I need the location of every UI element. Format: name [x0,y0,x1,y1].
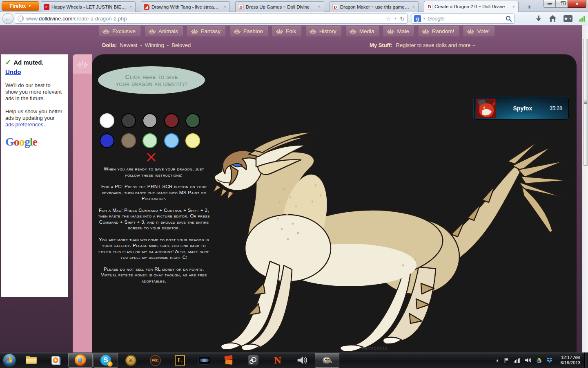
youtube-icon: ► [44,4,49,10]
bookmarks-panel-icon[interactable]: ★▼ [564,15,572,22]
google-search-icon: g [414,15,421,22]
window-controls: ✕ [543,0,586,8]
google-drive-icon[interactable] [536,358,542,363]
taskbar-age-of-wushu[interactable] [216,352,241,368]
ad-undo-link[interactable]: Undo [5,68,21,75]
tray-clock[interactable]: 12:17 AM 6/16/2013 [557,355,584,366]
ads-preferences-link[interactable]: ads preferences [5,121,43,128]
dropbox-icon[interactable] [546,357,552,363]
mystuff-label: My Stuff: [370,42,392,48]
nav-exclusive[interactable]: Exclusive [99,26,140,36]
start-button[interactable] [0,352,19,368]
crown-icon [234,29,241,34]
skype-notification-badge: 1 [107,361,113,367]
magnifier-icon[interactable] [506,16,512,22]
livestream-icon: ◢ [144,4,149,10]
taskbar-planetside[interactable] [192,352,216,368]
search-bar[interactable]: g ▼ [412,13,514,24]
bookmark-star-icon[interactable]: ☆ [385,16,391,22]
spyfox-stream-widget[interactable]: Spyfox 35:28 [474,96,569,120]
site-globe-icon [18,16,24,22]
spyfox-name: Spyfox [496,105,550,112]
dolls-beloved-link[interactable]: Beloved [172,42,191,48]
page-scrollbar[interactable] [582,25,588,352]
tab-drawing-with-tang[interactable]: ◢ Drawing With Tang - live streamin... × [141,1,230,12]
new-tab-button[interactable]: + [524,3,535,11]
reload-icon[interactable]: ↻ [400,16,405,22]
taskbar-skype[interactable]: S1 [94,353,118,368]
screen: Firefox ▼ ► Happy Wheels - LET JUSTIN BI… [0,0,588,368]
nav-male[interactable]: Male [383,26,414,36]
firefox-menu-button[interactable]: Firefox ▼ [2,1,39,11]
media-player-icon [51,356,60,365]
site-nav: Exclusive Animals Fantasy Fashion Folk H… [99,26,494,36]
nav-animals[interactable]: Animals [145,26,183,36]
google-logo: Google [5,135,63,148]
back-button[interactable]: ← [2,13,13,24]
dolls-newest-link[interactable]: Newest [120,42,137,48]
show-desktop-button[interactable] [584,352,588,368]
taskbar-league-of-legends[interactable]: L [167,352,192,368]
dragon-maker-flash: Click here to give your dragon an identi… [92,54,577,352]
nav-media[interactable]: Media [346,26,379,36]
tab-create-a-dragon-active[interactable]: D Create a Dragon 2.0 ~ Doll Divine × [424,1,519,12]
crown-icon [387,29,394,34]
crown-icon [422,29,429,34]
network-signal-icon[interactable] [514,358,521,363]
scrollbar-thumb[interactable] [583,39,588,166]
home-icon[interactable] [549,15,557,22]
taskbar-firefox[interactable] [68,353,93,368]
ad-muted-title: Ad muted. [13,59,43,66]
tab-happy-wheels[interactable]: ► Happy Wheels - LET JUSTIN BIEBER... × [41,1,136,12]
taskbar-explorer[interactable] [19,352,43,368]
nav-history[interactable]: History [306,26,341,36]
nav-random[interactable]: Random! [419,26,459,36]
check-icon: ✓ [5,58,11,67]
dolldivine-icon: D [332,4,338,10]
tab-dragon-maker[interactable]: D Dragon Maker ~ use this game to ... × [330,1,419,12]
search-engine-dropdown-icon[interactable]: ▼ [423,17,426,20]
taskbar-media-player[interactable] [43,352,68,368]
close-button[interactable]: ✕ [568,0,586,8]
register-link[interactable]: Register to save dolls and more ~ [396,42,475,48]
action-center-flag-icon[interactable] [504,358,509,363]
windows-orb-icon [3,354,16,366]
tab-list: ► Happy Wheels - LET JUSTIN BIEBER... × … [41,0,535,12]
tab-close-icon[interactable]: × [317,4,321,9]
nav-fashion[interactable]: Fashion [230,26,268,36]
url-dropdown-icon[interactable]: ▼ [394,17,397,20]
taskbar-steam[interactable] [241,352,265,368]
minimize-button[interactable] [543,0,556,8]
nav-vote[interactable]: Vote! [463,26,494,36]
taskbar-gimp[interactable] [315,353,339,368]
nav-folk[interactable]: Folk [272,26,301,36]
tray-expand-icon[interactable]: ▲ [496,358,499,362]
crown-icon [102,29,109,34]
nav-fantasy[interactable]: Fantasy [187,26,225,36]
taskbar-audio-app[interactable] [290,352,314,368]
clock-time: 12:17 AM [557,355,584,361]
tab-close-icon[interactable]: × [129,4,133,9]
pink-crown-badge [73,54,92,74]
age-of-wushu-icon [223,355,234,366]
dolls-winning-link[interactable]: Winning [145,42,164,48]
skype-icon: S1 [100,355,111,366]
tab-close-icon[interactable]: × [512,4,516,9]
download-icon[interactable] [535,15,542,22]
taskbar-nexon[interactable]: N [265,352,290,368]
crown-icon [191,29,198,34]
search-input[interactable] [428,16,504,22]
dolls-label: Dolls: [102,42,117,48]
restore-button[interactable] [556,0,568,8]
url-bar[interactable]: www.dolldivine.com/create-a-dragon-2.php… [15,13,408,24]
spyfox-thumbnail [476,99,496,118]
taskbar-path-of-exile[interactable]: PoE [143,352,167,368]
taskbar-swtor[interactable]: ⚔ [118,352,143,368]
stats-bars-icon[interactable] [579,16,585,22]
tab-dress-up-games[interactable]: D Dress Up Games ~ Doll Divine × [235,1,324,12]
google-ad-muted-box: ✓ Ad muted. Undo We'll do our best to sh… [1,54,68,297]
pink-side-column [73,54,92,352]
volume-icon[interactable] [525,357,532,363]
tab-close-icon[interactable]: × [412,4,416,9]
tab-close-icon[interactable]: × [223,4,227,9]
